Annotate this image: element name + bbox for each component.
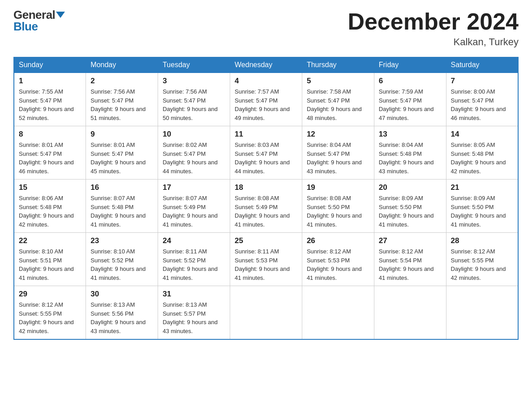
day-info: Sunrise: 7:58 AMSunset: 5:47 PMDaylight:… <box>307 87 369 122</box>
calendar-day-31: 31Sunrise: 8:13 AMSunset: 5:57 PMDayligh… <box>158 286 230 340</box>
day-of-week-saturday: Saturday <box>446 57 518 73</box>
day-number: 2 <box>90 77 153 86</box>
calendar-day-22: 22Sunrise: 8:10 AMSunset: 5:51 PMDayligh… <box>14 233 86 286</box>
logo-general: General <box>13 9 55 21</box>
day-number: 7 <box>451 77 513 86</box>
calendar-day-25: 25Sunrise: 8:11 AMSunset: 5:53 PMDayligh… <box>230 233 302 286</box>
calendar-day-2: 2Sunrise: 7:56 AMSunset: 5:47 PMDaylight… <box>86 73 158 126</box>
day-info: Sunrise: 8:12 AMSunset: 5:55 PMDaylight:… <box>451 247 513 282</box>
day-number: 28 <box>451 236 513 245</box>
calendar-day-16: 16Sunrise: 8:07 AMSunset: 5:48 PMDayligh… <box>86 180 158 233</box>
logo: General Blue <box>13 9 65 32</box>
day-info: Sunrise: 8:11 AMSunset: 5:53 PMDaylight:… <box>235 247 297 282</box>
calendar-week-1: 1Sunrise: 7:55 AMSunset: 5:47 PMDaylight… <box>14 73 518 126</box>
day-info: Sunrise: 8:01 AMSunset: 5:47 PMDaylight:… <box>90 141 153 176</box>
calendar-day-18: 18Sunrise: 8:08 AMSunset: 5:49 PMDayligh… <box>230 180 302 233</box>
calendar-week-2: 8Sunrise: 8:01 AMSunset: 5:47 PMDaylight… <box>14 126 518 180</box>
empty-cell <box>374 286 446 340</box>
day-number: 14 <box>451 130 513 139</box>
day-number: 12 <box>307 130 369 139</box>
calendar-day-29: 29Sunrise: 8:12 AMSunset: 5:55 PMDayligh… <box>14 286 86 340</box>
calendar-day-24: 24Sunrise: 8:11 AMSunset: 5:52 PMDayligh… <box>158 233 230 286</box>
month-title: December 2024 <box>348 9 519 34</box>
day-info: Sunrise: 7:57 AMSunset: 5:47 PMDaylight:… <box>235 87 297 122</box>
calendar-day-1: 1Sunrise: 7:55 AMSunset: 5:47 PMDaylight… <box>14 73 86 126</box>
day-number: 10 <box>163 130 225 139</box>
day-info: Sunrise: 8:07 AMSunset: 5:49 PMDaylight:… <box>163 194 225 229</box>
day-info: Sunrise: 8:10 AMSunset: 5:52 PMDaylight:… <box>90 247 153 282</box>
day-number: 29 <box>19 290 81 299</box>
day-number: 19 <box>307 183 369 192</box>
day-info: Sunrise: 8:12 AMSunset: 5:53 PMDaylight:… <box>307 247 369 282</box>
day-info: Sunrise: 8:00 AMSunset: 5:47 PMDaylight:… <box>451 87 513 122</box>
day-info: Sunrise: 7:56 AMSunset: 5:47 PMDaylight:… <box>163 87 225 122</box>
calendar-day-20: 20Sunrise: 8:09 AMSunset: 5:50 PMDayligh… <box>374 180 446 233</box>
day-of-week-wednesday: Wednesday <box>230 57 302 73</box>
calendar-day-23: 23Sunrise: 8:10 AMSunset: 5:52 PMDayligh… <box>86 233 158 286</box>
day-info: Sunrise: 8:02 AMSunset: 5:47 PMDaylight:… <box>163 141 225 176</box>
day-info: Sunrise: 8:06 AMSunset: 5:48 PMDaylight:… <box>19 194 81 229</box>
day-number: 21 <box>451 183 513 192</box>
day-info: Sunrise: 8:05 AMSunset: 5:48 PMDaylight:… <box>451 141 513 176</box>
day-number: 31 <box>163 290 225 299</box>
day-info: Sunrise: 8:08 AMSunset: 5:50 PMDaylight:… <box>307 194 369 229</box>
day-info: Sunrise: 8:13 AMSunset: 5:57 PMDaylight:… <box>163 300 225 335</box>
calendar-header: SundayMondayTuesdayWednesdayThursdayFrid… <box>14 57 518 73</box>
logo-blue: Blue <box>13 20 38 33</box>
calendar-day-21: 21Sunrise: 8:09 AMSunset: 5:50 PMDayligh… <box>446 180 518 233</box>
day-of-week-tuesday: Tuesday <box>158 57 230 73</box>
day-info: Sunrise: 8:10 AMSunset: 5:51 PMDaylight:… <box>19 247 81 282</box>
days-of-week-row: SundayMondayTuesdayWednesdayThursdayFrid… <box>14 57 518 73</box>
day-info: Sunrise: 8:04 AMSunset: 5:48 PMDaylight:… <box>379 141 442 176</box>
day-info: Sunrise: 8:12 AMSunset: 5:55 PMDaylight:… <box>19 300 81 335</box>
day-info: Sunrise: 7:55 AMSunset: 5:47 PMDaylight:… <box>19 87 81 122</box>
day-info: Sunrise: 8:04 AMSunset: 5:47 PMDaylight:… <box>307 141 369 176</box>
day-number: 6 <box>379 77 442 86</box>
day-number: 11 <box>235 130 297 139</box>
calendar-day-15: 15Sunrise: 8:06 AMSunset: 5:48 PMDayligh… <box>14 180 86 233</box>
day-info: Sunrise: 8:07 AMSunset: 5:48 PMDaylight:… <box>90 194 153 229</box>
day-info: Sunrise: 8:12 AMSunset: 5:54 PMDaylight:… <box>379 247 442 282</box>
page-header: General Blue December 2024 Kalkan, Turke… <box>13 9 519 48</box>
day-number: 18 <box>235 183 297 192</box>
calendar-week-4: 22Sunrise: 8:10 AMSunset: 5:51 PMDayligh… <box>14 233 518 286</box>
calendar-day-17: 17Sunrise: 8:07 AMSunset: 5:49 PMDayligh… <box>158 180 230 233</box>
empty-cell <box>446 286 518 340</box>
calendar-day-4: 4Sunrise: 7:57 AMSunset: 5:47 PMDaylight… <box>230 73 302 126</box>
title-area: December 2024 Kalkan, Turkey <box>348 9 519 48</box>
day-number: 17 <box>163 183 225 192</box>
day-info: Sunrise: 7:56 AMSunset: 5:47 PMDaylight:… <box>90 87 153 122</box>
day-number: 13 <box>379 130 442 139</box>
calendar-day-28: 28Sunrise: 8:12 AMSunset: 5:55 PMDayligh… <box>446 233 518 286</box>
empty-cell <box>230 286 302 340</box>
day-of-week-monday: Monday <box>86 57 158 73</box>
day-number: 25 <box>235 236 297 245</box>
day-number: 9 <box>90 130 153 139</box>
day-of-week-thursday: Thursday <box>302 57 374 73</box>
day-number: 27 <box>379 236 442 245</box>
day-info: Sunrise: 7:59 AMSunset: 5:47 PMDaylight:… <box>379 87 442 122</box>
location-title: Kalkan, Turkey <box>348 36 519 48</box>
calendar-day-5: 5Sunrise: 7:58 AMSunset: 5:47 PMDaylight… <box>302 73 374 126</box>
day-number: 3 <box>163 77 225 86</box>
calendar-day-8: 8Sunrise: 8:01 AMSunset: 5:47 PMDaylight… <box>14 126 86 180</box>
calendar-day-13: 13Sunrise: 8:04 AMSunset: 5:48 PMDayligh… <box>374 126 446 180</box>
calendar-day-6: 6Sunrise: 7:59 AMSunset: 5:47 PMDaylight… <box>374 73 446 126</box>
day-number: 16 <box>90 183 153 192</box>
calendar-week-3: 15Sunrise: 8:06 AMSunset: 5:48 PMDayligh… <box>14 180 518 233</box>
day-number: 20 <box>379 183 442 192</box>
day-info: Sunrise: 8:08 AMSunset: 5:49 PMDaylight:… <box>235 194 297 229</box>
day-info: Sunrise: 8:09 AMSunset: 5:50 PMDaylight:… <box>379 194 442 229</box>
calendar-day-26: 26Sunrise: 8:12 AMSunset: 5:53 PMDayligh… <box>302 233 374 286</box>
day-number: 24 <box>163 236 225 245</box>
day-number: 26 <box>307 236 369 245</box>
calendar-day-19: 19Sunrise: 8:08 AMSunset: 5:50 PMDayligh… <box>302 180 374 233</box>
day-of-week-friday: Friday <box>374 57 446 73</box>
calendar-day-30: 30Sunrise: 8:13 AMSunset: 5:56 PMDayligh… <box>86 286 158 340</box>
day-number: 8 <box>19 130 81 139</box>
day-number: 30 <box>90 290 153 299</box>
calendar-day-3: 3Sunrise: 7:56 AMSunset: 5:47 PMDaylight… <box>158 73 230 126</box>
day-info: Sunrise: 8:09 AMSunset: 5:50 PMDaylight:… <box>451 194 513 229</box>
calendar-day-11: 11Sunrise: 8:03 AMSunset: 5:47 PMDayligh… <box>230 126 302 180</box>
day-number: 15 <box>19 183 81 192</box>
